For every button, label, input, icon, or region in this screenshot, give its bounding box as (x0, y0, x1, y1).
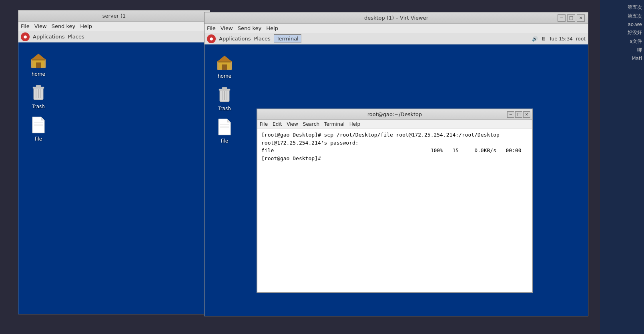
desktop-terminal-taskbar[interactable]: Terminal (274, 34, 301, 43)
svg-marker-2 (30, 54, 46, 60)
desktop-win-controls: − □ × (558, 14, 585, 22)
desktop-menu-file[interactable]: File (207, 25, 216, 31)
desktop-taskbar: ● Applications Places Terminal 🔊 🖥 Tue 1… (205, 33, 588, 44)
desktop-places[interactable]: Places (254, 36, 270, 42)
right-panel-text-3: ao.we (628, 22, 642, 27)
terminal-menu-file[interactable]: File (260, 121, 268, 127)
desktop-menu-view[interactable]: View (221, 25, 233, 31)
server-file-label: file (35, 136, 42, 142)
terminal-maximize[interactable]: □ (515, 111, 522, 118)
desktop-menu-sendkey[interactable]: Send key (238, 25, 262, 31)
terminal-controls: − □ × (507, 111, 530, 118)
home-folder-icon (29, 50, 48, 70)
desktop-titlebar: desktop (1) – Virt Viewer − □ × (205, 12, 588, 24)
trash-bin-icon (29, 83, 48, 102)
desktop-taskbar-right: 🔊 🖥 Tue 15:34 root (532, 36, 586, 42)
svg-marker-18 (217, 56, 233, 62)
terminal-close[interactable]: × (523, 111, 530, 118)
terminal-line-4: [root@gao Desktop]# (261, 155, 528, 163)
server-menu-view[interactable]: View (34, 23, 47, 29)
desktop-file-label: file (221, 138, 228, 144)
desktop-menu-help[interactable]: Help (266, 25, 278, 31)
desktop-app-icon: ● (207, 34, 216, 43)
terminal-line-3: file 100% 15 0.0KB/s 00:00 (261, 147, 528, 155)
desktop-home-folder-icon (215, 52, 234, 72)
server-taskbar: ● Applications Places (18, 31, 210, 42)
display-icon: 🖥 (541, 36, 546, 42)
terminal-window: root@gao:~/Desktop − □ × File Edit View … (257, 109, 533, 293)
server-menu-help[interactable]: Help (80, 23, 92, 29)
svg-marker-28 (227, 119, 231, 122)
server-trash-label: Trash (32, 104, 45, 109)
terminal-body[interactable]: [root@gao Desktop]# scp /root/Desktop/fi… (257, 129, 532, 292)
desktop-trash-label: Trash (218, 106, 231, 111)
terminal-line-1: [root@gao Desktop]# scp /root/Desktop/fi… (261, 131, 528, 139)
desktop-home-label: home (218, 73, 231, 79)
terminal-menubar: File Edit View Search Terminal Help (257, 120, 532, 129)
desktop-home-icon[interactable]: home (211, 52, 239, 79)
right-panel-text-4: 好没好 (628, 29, 642, 36)
terminal-line-2: root@172.25.254.214's password: (261, 139, 528, 147)
server-window: server (1 File View Send key Help ● Appl… (18, 10, 210, 314)
desktop-applications[interactable]: Applications (219, 36, 251, 42)
server-home-label: home (32, 71, 45, 77)
desktop-title: desktop (1) – Virt Viewer (208, 15, 585, 21)
right-panel-text-5: s文件 (630, 38, 642, 45)
terminal-menu-terminal[interactable]: Terminal (324, 121, 345, 127)
svg-rect-20 (218, 61, 231, 62)
terminal-menu-help[interactable]: Help (349, 121, 360, 127)
maximize-button[interactable]: □ (567, 14, 575, 22)
svg-rect-23 (222, 87, 227, 89)
close-button[interactable]: × (577, 14, 585, 22)
minimize-button[interactable]: − (558, 14, 566, 22)
right-panel-text-1: 第五次 (628, 4, 642, 11)
right-panel-text-2: 第五次 (628, 13, 642, 20)
server-desktop: home Trash (18, 42, 210, 314)
server-menu-sendkey[interactable]: Send key (52, 23, 76, 29)
svg-rect-4 (32, 59, 45, 60)
clock: Tue 15:34 (549, 36, 573, 42)
terminal-title: root@gao:~/Desktop (260, 111, 530, 117)
desktop-file-document-icon (215, 117, 234, 137)
terminal-titlebar: root@gao:~/Desktop − □ × (257, 109, 532, 120)
svg-rect-3 (36, 62, 41, 68)
user-menu[interactable]: root (576, 36, 586, 42)
server-file-icon[interactable]: file (24, 115, 52, 142)
right-panel-text-6: 哪 (637, 47, 642, 54)
desktop-menubar: File View Send key Help (205, 24, 588, 33)
server-places[interactable]: Places (68, 34, 84, 40)
svg-rect-19 (222, 64, 227, 70)
desktop-window: desktop (1) – Virt Viewer − □ × File Vie… (204, 12, 588, 316)
desktop-desktop: home Trash (205, 44, 588, 316)
desktop-file-icon[interactable]: file (211, 117, 239, 144)
desktop-trash-bin-icon (215, 85, 234, 104)
server-app-icon: ● (21, 32, 30, 41)
server-applications[interactable]: Applications (33, 34, 64, 40)
server-menubar: File View Send key Help (18, 22, 210, 31)
terminal-menu-search[interactable]: Search (303, 121, 319, 127)
server-trash-icon[interactable]: Trash (24, 83, 52, 109)
server-title: server (1 (102, 13, 126, 19)
svg-rect-7 (36, 85, 41, 87)
file-document-icon (29, 115, 48, 135)
server-home-icon[interactable]: home (24, 50, 52, 77)
server-menu-file[interactable]: File (21, 23, 30, 29)
server-titlebar: server (1 (18, 10, 210, 22)
sound-icon: 🔊 (532, 36, 538, 42)
terminal-menu-edit[interactable]: Edit (273, 121, 282, 127)
right-panel-text-7: Matl (632, 56, 642, 61)
svg-marker-12 (41, 117, 44, 120)
terminal-menu-view[interactable]: View (287, 121, 298, 127)
right-panel: 第五次 第五次 ao.we 好没好 s文件 哪 Matl (600, 0, 644, 334)
desktop-trash-icon[interactable]: Trash (211, 85, 239, 111)
terminal-minimize[interactable]: − (507, 111, 514, 118)
